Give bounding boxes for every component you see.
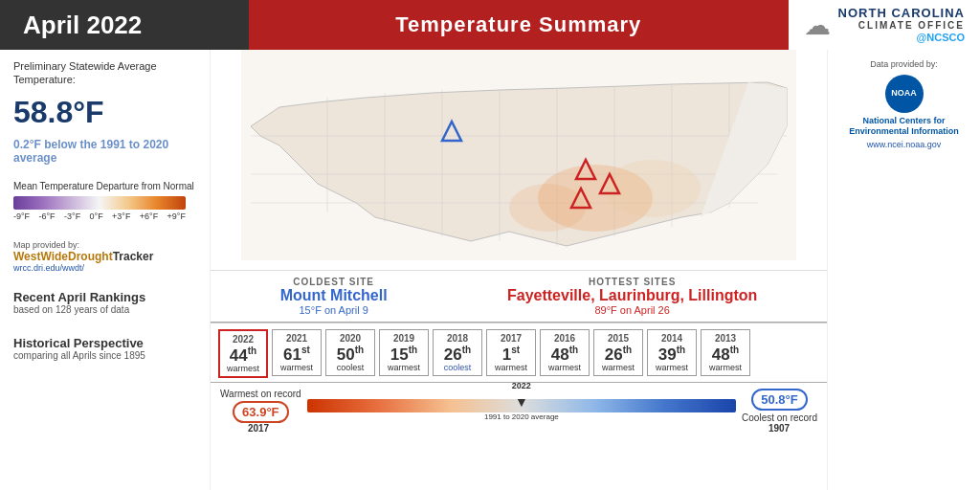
twitter-handle: @NCSCO [917, 32, 965, 44]
coldest-label: COLDEST SITE [280, 277, 388, 287]
hist-avg-label: 1991 to 2020 average [484, 412, 559, 421]
rank-number: 48th [712, 345, 739, 363]
header-title-block: April 2022 [0, 0, 249, 50]
nc-logo: NORTH CAROLINA CLIMATE OFFICE @NCSCO [838, 6, 965, 45]
svg-point-14 [605, 160, 701, 217]
hist-gradient-container: 2022 ▼ 1991 to 2020 average [307, 392, 736, 419]
rank-word: warmest [656, 363, 688, 372]
rankings-table-area: 202244thwarmest202161stwarmest202050thco… [211, 323, 827, 382]
coldest-name: Mount Mitchell [280, 287, 388, 304]
rank-year-label: 2013 [715, 333, 736, 344]
rank-number: 26th [444, 345, 471, 363]
rank-cell-2013: 201348thwarmest [701, 329, 750, 376]
below-avg-text: 0.2°F below the 1991 to 2020 average [13, 138, 196, 165]
avg-temp-value: 58.8°F [13, 95, 196, 130]
hist-bar-row: Warmest on record 63.9°F 2022 ▼ 1991 to … [220, 389, 817, 423]
rank-number: 61st [283, 345, 310, 363]
legend-section: Mean Temperature Departure from Normal -… [13, 180, 196, 221]
rankings-section: Recent April Rankings based on 128 years… [13, 290, 196, 315]
cloud-icon: ☁ [804, 10, 831, 41]
rank-year-label: 2020 [340, 333, 361, 344]
noaa-circle-icon: NOAA [885, 75, 924, 113]
hist-arrow-icon: ▼ [515, 394, 528, 410]
hist-years-row: 2017 1907 [220, 423, 817, 434]
rank-year-label: 2018 [447, 333, 468, 344]
rank-word: coolest [444, 363, 472, 372]
coolest-temp-bubble: 50.8°F [751, 389, 807, 411]
rank-year-label: 2019 [393, 333, 414, 344]
coldest-site-block: COLDEST SITE Mount Mitchell 15°F on Apri… [280, 277, 388, 316]
rank-cell-2020: 202050thcoolest [325, 329, 375, 376]
month-year: April 2022 [23, 11, 142, 39]
right-panel: Data provided by: NOAA National Centers … [827, 50, 980, 490]
hottest-label: HOTTEST SITES [507, 277, 757, 287]
rank-word: warmest [280, 363, 313, 372]
rank-year-label: 2017 [501, 333, 522, 344]
prelim-label: Preliminary Statewide Average Temperatur… [13, 59, 196, 87]
legend-title: Mean Temperature Departure from Normal [13, 180, 196, 192]
hottest-name: Fayetteville, Laurinburg, Lillington [507, 287, 757, 304]
header-subtitle-block: Temperature Summary [249, 0, 789, 50]
hist-title: Historical Perspective [13, 336, 196, 350]
hist-2022-label: 2022 [512, 381, 531, 390]
rank-number: 26th [605, 345, 632, 363]
wwdt-url: wrcc.dri.edu/wwdt/ [13, 263, 196, 273]
coolest-year: 1907 [750, 423, 808, 434]
rank-word: warmest [227, 364, 259, 373]
rank-word: warmest [388, 363, 420, 372]
rank-year-label: 2015 [608, 333, 629, 344]
warmest-temp-bubble: 63.9°F [233, 401, 288, 423]
rank-cell-2016: 201648thwarmest [540, 329, 590, 376]
wwdt-brand: WestWideDroughtTracker [13, 250, 196, 263]
rank-year-label: 2016 [554, 333, 575, 344]
rank-year-label: 2021 [286, 333, 307, 344]
warmest-on-record-text: Warmest on record [220, 389, 301, 399]
header-logo-block: ☁ NORTH CAROLINA CLIMATE OFFICE @NCSCO [789, 0, 980, 50]
page-title: April 2022 [23, 11, 142, 40]
hist-bar-area: Warmest on record 63.9°F 2022 ▼ 1991 to … [211, 383, 827, 437]
rankings-row: 202244thwarmest202161stwarmest202050thco… [218, 329, 819, 378]
site-info-row: COLDEST SITE Mount Mitchell 15°F on Apri… [211, 270, 827, 322]
rank-year-label: 2022 [233, 334, 254, 345]
coolest-label-block: 50.8°F Coolest on record [742, 389, 817, 423]
rank-cell-2021: 202161stwarmest [272, 329, 322, 376]
rank-number: 15th [390, 345, 417, 363]
rank-word: coolest [337, 363, 365, 372]
nc-brand-label: NORTH CAROLINA [838, 6, 965, 21]
legend-gradient-bar [13, 196, 186, 210]
climate-office-label: CLIMATE OFFICE [858, 20, 965, 32]
rankings-title: Recent April Rankings [13, 290, 196, 304]
rank-word: warmest [709, 363, 742, 372]
map-area [211, 50, 827, 270]
noaa-url: www.ncei.noaa.gov [867, 140, 942, 149]
rank-number: 44th [230, 346, 256, 364]
rank-cell-2014: 201439thwarmest [647, 329, 697, 376]
legend-labels: -9°F -6°F -3°F 0°F +3°F +6°F +9°F [13, 212, 186, 221]
rank-cell-2018: 201826thcoolest [433, 329, 482, 376]
historical-section: Historical Perspective comparing all Apr… [13, 336, 196, 361]
below-value: 0.2°F [13, 138, 41, 151]
center-panel: COLDEST SITE Mount Mitchell 15°F on Apri… [211, 50, 827, 490]
left-panel: Preliminary Statewide Average Temperatur… [0, 50, 211, 490]
map-credit: Map provided by: WestWideDroughtTracker … [13, 240, 196, 273]
coldest-detail: 15°F on April 9 [280, 304, 388, 316]
hist-sub: comparing all Aprils since 1895 [13, 350, 196, 361]
warmest-label-block: Warmest on record 63.9°F [220, 389, 301, 423]
noaa-logo: NOAA National Centers for Environmental … [835, 75, 972, 149]
warmest-year: 2017 [230, 423, 287, 434]
rank-cell-2022: 202244thwarmest [218, 329, 268, 378]
rank-word: warmest [495, 363, 527, 372]
rankings-sub: based on 128 years of data [13, 304, 196, 315]
rank-number: 1st [502, 345, 520, 363]
rank-word: warmest [602, 363, 635, 372]
page-subtitle: Temperature Summary [395, 12, 641, 37]
rank-number: 50th [337, 345, 364, 363]
rank-cell-2019: 201915thwarmest [379, 329, 429, 376]
rank-number: 39th [658, 345, 685, 363]
rank-cell-2017: 20171stwarmest [486, 329, 536, 376]
rank-year-label: 2014 [661, 333, 682, 344]
nc-map-svg [211, 50, 827, 260]
noaa-org-name: National Centers for Environmental Infor… [835, 116, 972, 137]
map-credit-label: Map provided by: [13, 240, 196, 250]
rank-word: warmest [548, 363, 581, 372]
